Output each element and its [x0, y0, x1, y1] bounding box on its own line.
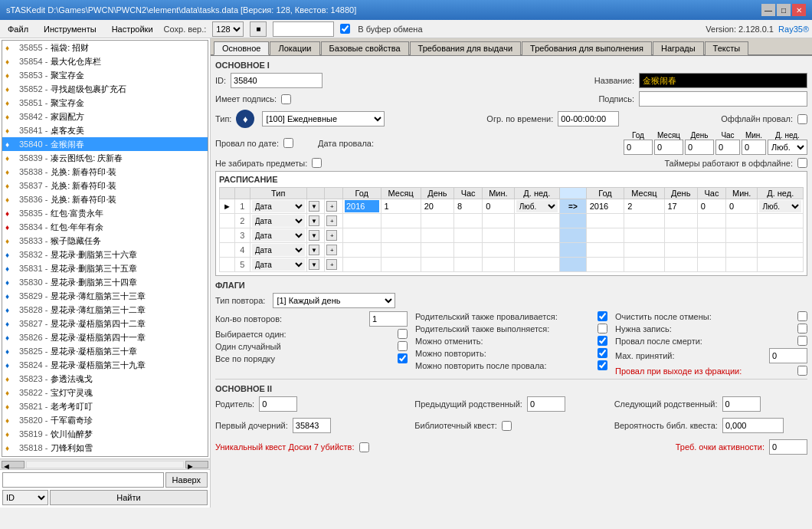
list-item[interactable]: ♦35819 - 饮川仙醉梦 [2, 427, 208, 441]
parent-fail-checkbox[interactable] [598, 311, 607, 321]
row-type-arrow[interactable]: ▼ [306, 243, 325, 258]
row-week2[interactable] [758, 214, 804, 228]
row-min[interactable] [483, 214, 514, 228]
row-type-arrow[interactable]: ▼ [306, 228, 325, 243]
row-arrow-btn[interactable] [220, 243, 235, 258]
list-item[interactable]: ♦35822 - 宝灯守灵魂 [2, 386, 208, 399]
row-hour2[interactable] [697, 243, 725, 258]
search-type-select[interactable]: ID Название [2, 490, 48, 505]
row-year[interactable] [342, 243, 381, 258]
can-repeat-checkbox[interactable] [598, 348, 607, 358]
scroll-right[interactable]: ► [185, 461, 208, 468]
row-day2[interactable] [664, 228, 697, 243]
row-arrow-btn[interactable]: ► [220, 199, 235, 214]
list-item[interactable]: ♦35851 - 聚宝存金 [2, 96, 208, 110]
list-item[interactable]: ♦35836 - 兑换: 新春符印·装 [2, 192, 208, 206]
list-item[interactable]: ♦35824 - 昱花录·凝梧脂第三十九章 [2, 358, 208, 372]
menu-settings[interactable]: Настройки [107, 23, 158, 35]
clear-cancel-checkbox[interactable] [797, 311, 807, 321]
row-hour2[interactable] [697, 228, 725, 243]
row-min2[interactable] [725, 214, 757, 228]
row-week[interactable] [514, 228, 559, 243]
parent-input[interactable] [259, 396, 297, 412]
row-month2[interactable] [624, 243, 664, 258]
parent-done-checkbox[interactable] [598, 324, 607, 334]
search-input[interactable] [2, 472, 164, 488]
fail-year-input[interactable] [624, 140, 653, 155]
can-repeat-after-fail-checkbox[interactable] [598, 360, 607, 370]
row-week[interactable] [514, 214, 559, 228]
row-hour[interactable] [454, 258, 483, 272]
list-item[interactable]: ♦35818 - 刀锋利如雪 [2, 441, 208, 455]
row-day[interactable] [421, 243, 453, 258]
row-min[interactable] [483, 243, 514, 258]
row-type-arrow[interactable]: ▼ [306, 214, 325, 228]
row-min[interactable] [483, 228, 514, 243]
row-year[interactable] [342, 228, 381, 243]
row-arrow-btn[interactable] [220, 228, 235, 243]
list-item[interactable]: ♦35825 - 昱花录·凝梧脂第三十章 [2, 344, 208, 358]
row-month[interactable] [381, 243, 421, 258]
has-sign-checkbox[interactable] [281, 94, 291, 104]
version-select[interactable]: 128 [212, 21, 244, 37]
list-item[interactable]: ♦35852 - 寻找超级包裹扩充石 [2, 82, 208, 96]
row-month2[interactable] [624, 199, 664, 214]
fail-day-input[interactable] [685, 140, 714, 155]
row-type[interactable]: Дата [250, 258, 306, 272]
pick-one-checkbox[interactable] [398, 329, 408, 339]
maximize-button[interactable]: □ [777, 4, 791, 16]
list-item[interactable]: ♦35838 - 兑换: 新春符印·装 [2, 165, 208, 179]
row-hour2[interactable] [697, 214, 725, 228]
list-item[interactable]: ♦35854 - 最大化仓库栏 [2, 54, 208, 68]
row-hour2[interactable] [697, 258, 725, 272]
row-arrow-btn[interactable] [220, 258, 235, 272]
max-accept-input[interactable] [769, 348, 807, 363]
fail-hour-input[interactable] [715, 140, 740, 155]
row-type-arrow[interactable]: ▼ [306, 258, 325, 272]
row-min[interactable] [483, 199, 514, 214]
row-year2[interactable] [586, 228, 624, 243]
list-item[interactable]: ♦35823 - 参透法魂戈 [2, 372, 208, 386]
offline-fail-checkbox[interactable] [797, 114, 807, 124]
list-item[interactable]: ♦35855 - 福袋: 招财 [2, 41, 208, 54]
row-year[interactable] [342, 199, 381, 214]
row-expand[interactable]: + [325, 243, 343, 258]
quest-list[interactable]: ♦35855 - 福袋: 招财♦35854 - 最大化仓库栏♦35853 - 聚… [2, 40, 208, 457]
row-type[interactable]: Дата [250, 243, 306, 258]
tab-complete-req[interactable]: Требования для выполнения [522, 41, 652, 55]
row-day[interactable] [421, 214, 453, 228]
tab-main[interactable]: Основное [214, 41, 269, 55]
row-day2[interactable] [664, 214, 697, 228]
list-item[interactable]: ♦35839 - 凑云图纸包: 庆新春 [2, 151, 208, 165]
row-type[interactable]: Дата [250, 228, 306, 243]
fail-week-select[interactable]: Люб. [768, 140, 807, 155]
prev-rel-input[interactable] [527, 396, 565, 412]
up-button[interactable]: Наверх [165, 472, 208, 488]
row-year2[interactable] [586, 243, 624, 258]
list-item[interactable]: ♦35827 - 昱花录·凝梧脂第四十二章 [2, 317, 208, 330]
row-day2[interactable] [664, 243, 697, 258]
row-hour[interactable] [454, 243, 483, 258]
row-month2[interactable] [624, 214, 664, 228]
repeat-count-input[interactable] [369, 311, 408, 327]
row-expand[interactable]: + [325, 214, 343, 228]
list-item[interactable]: ♦35833 - 猴子隐藏任务 [2, 234, 208, 248]
row-year[interactable] [342, 214, 381, 228]
name-input[interactable] [639, 73, 807, 88]
minimize-button[interactable]: — [761, 4, 775, 16]
row-min[interactable] [483, 258, 514, 272]
tab-rewards[interactable]: Награды [653, 41, 704, 55]
row-hour[interactable] [454, 214, 483, 228]
need-record-checkbox[interactable] [797, 324, 807, 334]
menu-file[interactable]: Файл [3, 23, 33, 35]
row-day[interactable] [421, 258, 453, 272]
unique-board-checkbox[interactable] [359, 442, 369, 452]
tab-issue-req[interactable]: Требования для выдачи [410, 41, 521, 55]
sign-input[interactable] [639, 91, 807, 107]
one-random-checkbox[interactable] [398, 341, 408, 351]
row-hour[interactable] [454, 199, 483, 214]
row-year[interactable] [342, 258, 381, 272]
list-item[interactable]: ♦35821 - 老考考叮叮 [2, 399, 208, 413]
list-item[interactable]: ♦35828 - 昱花录·薄红脂第三十二章 [2, 303, 208, 317]
row-day[interactable] [421, 199, 453, 214]
